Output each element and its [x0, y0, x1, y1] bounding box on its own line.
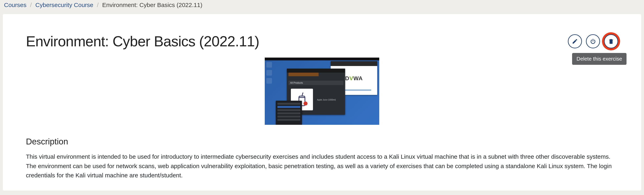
- breadcrumb-separator-icon: /: [97, 1, 99, 8]
- edit-button[interactable]: [568, 34, 582, 48]
- breadcrumb-current: Environment: Cyber Basics (2022.11): [102, 1, 202, 8]
- breadcrumb-separator-icon: /: [30, 1, 32, 8]
- description-heading: Description: [26, 137, 618, 147]
- environment-preview-image: DVWA All Products Apple Juice (1000ml): [265, 58, 379, 125]
- svg-point-0: [592, 43, 592, 44]
- description-body: This virtual environment is intended to …: [26, 152, 618, 180]
- delete-tooltip: Delete this exercise: [572, 53, 626, 65]
- content-card: Environment: Cyber Basics (2022.11): [3, 14, 641, 191]
- power-icon: [590, 38, 596, 44]
- trash-icon: [608, 38, 614, 44]
- power-button[interactable]: [586, 34, 600, 48]
- svg-point-3: [304, 102, 308, 106]
- svg-point-1: [593, 43, 593, 44]
- svg-point-2: [594, 43, 594, 44]
- action-bar: Delete this exercise: [568, 34, 618, 48]
- delete-button[interactable]: Delete this exercise: [604, 34, 618, 48]
- breadcrumb-course-link[interactable]: Cybersecurity Course: [35, 1, 93, 8]
- pencil-icon: [572, 38, 578, 44]
- header-row: Environment: Cyber Basics (2022.11): [26, 33, 618, 49]
- breadcrumb: Courses / Cybersecurity Course / Environ…: [0, 0, 644, 12]
- page-title: Environment: Cyber Basics (2022.11): [26, 33, 259, 49]
- breadcrumb-courses-link[interactable]: Courses: [4, 1, 26, 8]
